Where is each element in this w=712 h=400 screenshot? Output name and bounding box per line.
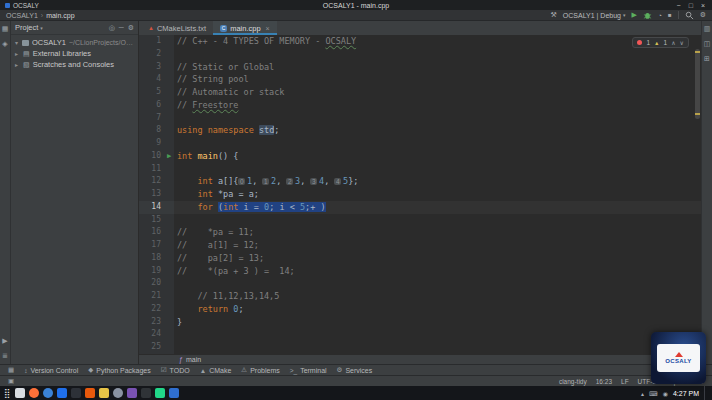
close-icon[interactable]: × [701, 2, 705, 9]
project-tool-icon[interactable]: ▦ [2, 25, 9, 33]
line-number: 25 [139, 341, 164, 354]
breadcrumb-function[interactable]: main [186, 356, 201, 363]
start-menu-icon[interactable]: ⣿ [4, 386, 11, 400]
background-tasks-icon[interactable]: ▣ [8, 377, 14, 385]
inspections-widget[interactable]: 1 ▲ 1 ∧ ∨ [632, 37, 689, 48]
code-token: // [177, 100, 192, 110]
collapse-all-icon[interactable]: ─ [119, 24, 124, 32]
terminal-app-icon[interactable] [71, 388, 81, 398]
code-line[interactable]: 2 [139, 48, 701, 61]
locate-file-icon[interactable]: ◎ [109, 24, 115, 32]
maximize-icon[interactable]: □ [689, 2, 693, 9]
notifications-icon[interactable]: ▥ [704, 25, 711, 33]
database-icon[interactable]: ◫ [704, 40, 711, 48]
structure-tool-icon[interactable]: ≣ [2, 352, 8, 360]
breadcrumb-project[interactable]: OCSALY1 [6, 12, 38, 19]
code-line[interactable]: 6// Freestore [139, 99, 701, 112]
dark-app-icon[interactable] [141, 388, 151, 398]
code-line[interactable]: 7 [139, 112, 701, 125]
keyboard-layout-icon[interactable]: ⌨ [649, 390, 658, 397]
search-icon[interactable] [685, 11, 694, 20]
code-app-icon[interactable] [169, 388, 179, 398]
run-configuration-select[interactable]: OCSALY1 | Debug ▾ [563, 12, 626, 19]
tray-expand-icon[interactable]: ▴ [641, 390, 644, 397]
settings-gear-icon[interactable]: ⚙ [700, 11, 706, 19]
close-tab-icon[interactable]: × [266, 25, 270, 32]
code-line[interactable]: 24 [139, 328, 701, 341]
code-line[interactable]: 12 int a[]{01, 12, 23, 34, 45}; [139, 175, 701, 188]
code-line[interactable]: 23} [139, 316, 701, 329]
code-line[interactable]: 17// a[1] = 12; [139, 239, 701, 252]
code-line[interactable]: 20 [139, 277, 701, 290]
code-line[interactable]: 13 int *pa = a; [139, 188, 701, 201]
media-app-icon[interactable] [85, 388, 95, 398]
python-packages-tool-button[interactable]: ◆Python Packages [88, 366, 150, 374]
code-line[interactable]: 19// *(pa + 3 ) = 14; [139, 265, 701, 278]
gutter-spacer [164, 73, 174, 86]
code-line[interactable]: 21 // 11,12,13,14,5 [139, 290, 701, 303]
mail-app-icon[interactable] [57, 388, 67, 398]
gutter-spacer [164, 61, 174, 74]
code-line[interactable]: 8using namespace std; [139, 124, 701, 137]
firefox-icon[interactable] [29, 388, 39, 398]
run-gutter-icon[interactable]: ▶ [164, 150, 174, 163]
tree-item-scratches[interactable]: ▸ ▧ Scratches and Consoles [11, 59, 138, 70]
profiler-icon[interactable]: ◔ [658, 12, 662, 19]
tree-item-external-libraries[interactable]: ▸ ▤ External Libraries [11, 48, 138, 59]
breadcrumb-file[interactable]: main.cpp [46, 12, 74, 19]
tab-main-cpp[interactable]: C main.cpp × [213, 21, 277, 35]
code-line[interactable]: 4// String pool [139, 73, 701, 86]
statusbar-item[interactable]: LF [621, 378, 629, 385]
clock[interactable]: 4:27 PM [673, 390, 699, 397]
code-line[interactable]: 11 [139, 163, 701, 176]
next-problem-icon[interactable]: ∨ [680, 39, 684, 46]
prev-problem-icon[interactable]: ∧ [671, 39, 675, 46]
store-app-icon[interactable] [127, 388, 137, 398]
code-line[interactable]: 9 [139, 137, 701, 150]
panel-settings-icon[interactable]: ⚙ [128, 24, 134, 32]
debug-bug-icon[interactable] [643, 11, 652, 20]
network-icon[interactable]: ◉ [663, 390, 668, 397]
code-line[interactable]: 18// pa[2] = 13; [139, 252, 701, 265]
code-line[interactable]: 10▶int main() { [139, 150, 701, 163]
statusbar-item[interactable]: clang-tidy [559, 378, 587, 385]
scrollbar-thumb[interactable] [695, 49, 700, 119]
code-token: a[]{ [218, 176, 238, 186]
code-line[interactable]: 3// Static or Global [139, 61, 701, 74]
code-editor[interactable]: 1// C++ - 4 TYPES OF MEMORY - OCSALY23//… [139, 35, 701, 354]
office-app-icon[interactable] [99, 388, 109, 398]
settings-app-icon[interactable] [113, 388, 123, 398]
folder-icon [22, 40, 29, 46]
run-button[interactable]: ▶ [631, 11, 636, 19]
files-app-icon[interactable] [15, 388, 25, 398]
browser-app-icon[interactable] [43, 388, 53, 398]
code-line[interactable]: 1// C++ - 4 TYPES OF MEMORY - OCSALY [139, 35, 701, 48]
services-tool-button[interactable]: ⚙Services [337, 366, 373, 374]
cmake-tool-button[interactable]: ▲CMake [200, 367, 232, 374]
tab-cmakelists[interactable]: ▲ CMakeLists.txt [141, 21, 213, 35]
code-line[interactable]: 22 return 0; [139, 303, 701, 316]
terminal-tool-button[interactable]: >_Terminal [290, 367, 327, 374]
show-desktop-button[interactable] [704, 386, 708, 400]
run-tool-icon[interactable]: ▶ [2, 337, 7, 345]
code-line[interactable]: 16// *pa = 11; [139, 226, 701, 239]
ide-app-icon[interactable] [155, 388, 165, 398]
code-line[interactable]: 15 [139, 214, 701, 227]
todo-tool-button[interactable]: ☑TODO [161, 366, 190, 374]
code-line[interactable]: 5// Automatic or stack [139, 86, 701, 99]
code-line[interactable]: 14 for (int i = 0; i < 5;+ ) [139, 201, 701, 214]
tree-item-project-root[interactable]: ▾ OCSALY1 ~/CLionProjects/OCSALY1 [11, 37, 138, 48]
minimize-icon[interactable]: − [677, 2, 681, 9]
problems-tool-button[interactable]: ⚠Problems [241, 366, 279, 374]
project-panel-title[interactable]: Project [15, 23, 38, 32]
warning-stripe-mark[interactable] [695, 51, 700, 53]
code-line[interactable]: 25 [139, 341, 701, 354]
version-control-tool-button[interactable]: ↕Version Control [24, 367, 78, 374]
commit-tool-icon[interactable]: ◈ [2, 40, 7, 48]
warning-stripe-mark[interactable] [695, 113, 700, 115]
gradle-icon[interactable]: ⊞ [704, 55, 710, 63]
toolwindow-switcher-icon[interactable]: ▦ [8, 366, 14, 374]
statusbar-item[interactable]: 16:23 [596, 378, 612, 385]
stop-icon[interactable]: ■ [668, 12, 672, 18]
build-hammer-icon[interactable]: ⚒ [551, 11, 557, 19]
